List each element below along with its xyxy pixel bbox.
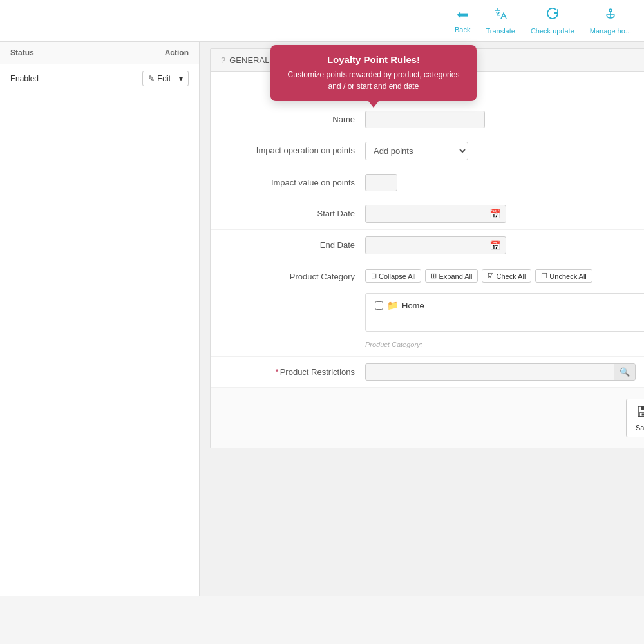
check-update-icon <box>545 6 560 24</box>
impact-op-control: Add points Subtract points Multiply poin… <box>365 142 644 160</box>
translate-label: Translate <box>486 27 515 35</box>
product-restrictions-search-button[interactable]: 🔍 <box>614 364 635 380</box>
start-date-row: Start Date 📅 <box>211 198 644 230</box>
tooltip-title: Loyalty Point Rules! <box>285 54 462 65</box>
category-home-label: Home <box>402 301 424 310</box>
end-date-control: 📅 <box>365 236 644 254</box>
check-all-label: Check All <box>496 272 526 280</box>
save-button[interactable]: Save <box>626 399 644 437</box>
translate-button[interactable]: Translate <box>486 6 515 35</box>
restriction-input-wrap: 🔍 <box>365 363 636 381</box>
check-all-button[interactable]: ☑ Check All <box>482 269 531 283</box>
edit-label: Edit <box>157 74 171 83</box>
impact-val-control <box>365 174 644 191</box>
panel-title: GENERAL <box>229 55 269 65</box>
collapse-all-icon: ⊟ <box>371 272 377 280</box>
status-value: Enabled <box>10 74 39 83</box>
form-footer: Save <box>211 388 644 448</box>
folder-icon: 📁 <box>387 300 398 310</box>
sidebar-header: Status Action <box>0 42 199 64</box>
form-panel: ? GENERAL Rule Enabled? No Yes Name <box>210 48 644 448</box>
tooltip-balloon: Loyalty Point Rules! Customize points re… <box>270 45 477 101</box>
svg-point-0 <box>609 9 612 12</box>
manage-hooks-label: Manage ho... <box>590 27 631 35</box>
back-label: Back <box>455 26 470 33</box>
product-category-control: ⊟ Collapse All ⊞ Expand All ☑ Check All <box>365 269 644 348</box>
back-button[interactable]: ⬅ Back <box>455 6 470 35</box>
product-category-row: Product Category ⊟ Collapse All ⊞ Expand… <box>211 261 644 357</box>
expand-all-button[interactable]: ⊞ Expand All <box>425 269 478 283</box>
product-category-label: Product Category <box>223 269 365 281</box>
page-wrapper: Status Action Enabled ✎ Edit ▾ ? GENERAL… <box>0 42 644 596</box>
end-date-label: End Date <box>223 236 365 250</box>
name-row: Name <box>211 104 644 135</box>
product-restrictions-input[interactable] <box>366 364 614 380</box>
collapse-all-label: Collapse All <box>379 272 415 280</box>
uncheck-all-button[interactable]: ☐ Uncheck All <box>535 269 592 283</box>
category-home-item: 📁 Home <box>375 300 644 310</box>
start-date-input-wrap: 📅 <box>365 205 506 223</box>
edit-button[interactable]: ✎ Edit ▾ <box>142 71 189 86</box>
product-restrictions-row: *Product Restrictions 🔍 <box>211 357 644 388</box>
start-date-label: Start Date <box>223 205 365 218</box>
start-date-input[interactable] <box>366 206 484 222</box>
category-toolbar: ⊟ Collapse All ⊞ Expand All ☑ Check All <box>365 269 592 283</box>
product-restrictions-control: 🔍 <box>365 363 644 381</box>
status-column-header: Status <box>10 48 34 57</box>
sidebar: Status Action Enabled ✎ Edit ▾ <box>0 42 200 596</box>
manage-hooks-button[interactable]: Manage ho... <box>590 6 631 35</box>
check-update-button[interactable]: Check update <box>531 6 574 35</box>
action-column-header: Action <box>165 48 189 57</box>
impact-op-label: Impact operation on points <box>223 142 365 155</box>
sidebar-row: Enabled ✎ Edit ▾ <box>0 64 199 93</box>
expand-all-icon: ⊞ <box>431 272 437 280</box>
start-date-control: 📅 <box>365 205 644 223</box>
uncheck-all-label: Uncheck All <box>549 272 586 280</box>
impact-val-input[interactable] <box>365 174 397 191</box>
save-icon <box>636 404 644 422</box>
name-label: Name <box>223 111 365 124</box>
tooltip-description: Customize points rewarded by product, ca… <box>285 69 462 92</box>
edit-dropdown-arrow[interactable]: ▾ <box>175 74 183 83</box>
end-date-calendar-icon[interactable]: 📅 <box>484 237 506 254</box>
back-icon: ⬅ <box>457 6 468 23</box>
impact-op-row: Impact operation on points Add points Su… <box>211 135 644 167</box>
category-home-checkbox[interactable] <box>375 301 383 310</box>
anchor-icon <box>603 6 618 24</box>
impact-op-select[interactable]: Add points Subtract points Multiply poin… <box>365 142 468 160</box>
collapse-all-button[interactable]: ⊟ Collapse All <box>365 269 421 283</box>
svg-rect-5 <box>641 406 644 410</box>
end-date-input-wrap: 📅 <box>365 236 506 254</box>
edit-pencil-icon: ✎ <box>148 74 155 83</box>
category-hint: Product Category: <box>365 341 422 348</box>
product-restrictions-label: *Product Restrictions <box>223 363 365 377</box>
name-input[interactable] <box>365 111 485 128</box>
start-date-calendar-icon[interactable]: 📅 <box>484 205 506 222</box>
category-tree: 📁 Home <box>365 293 644 332</box>
help-icon[interactable]: ? <box>221 55 225 65</box>
end-date-input[interactable] <box>366 238 484 254</box>
save-label: Save <box>636 424 644 431</box>
uncheck-all-icon: ☐ <box>541 272 547 280</box>
check-update-label: Check update <box>531 27 574 35</box>
top-toolbar: ⬅ Back Translate Check update <box>0 0 644 42</box>
name-control <box>365 111 644 128</box>
required-star: * <box>276 367 279 377</box>
search-icon: 🔍 <box>620 367 630 377</box>
end-date-row: End Date 📅 <box>211 230 644 261</box>
translate-icon <box>493 6 507 24</box>
impact-val-row: Impact value on points <box>211 167 644 198</box>
expand-all-label: Expand All <box>439 272 472 280</box>
impact-val-label: Impact value on points <box>223 174 365 187</box>
check-all-icon: ☑ <box>488 272 494 280</box>
main-content: ? GENERAL Rule Enabled? No Yes Name <box>200 42 644 596</box>
